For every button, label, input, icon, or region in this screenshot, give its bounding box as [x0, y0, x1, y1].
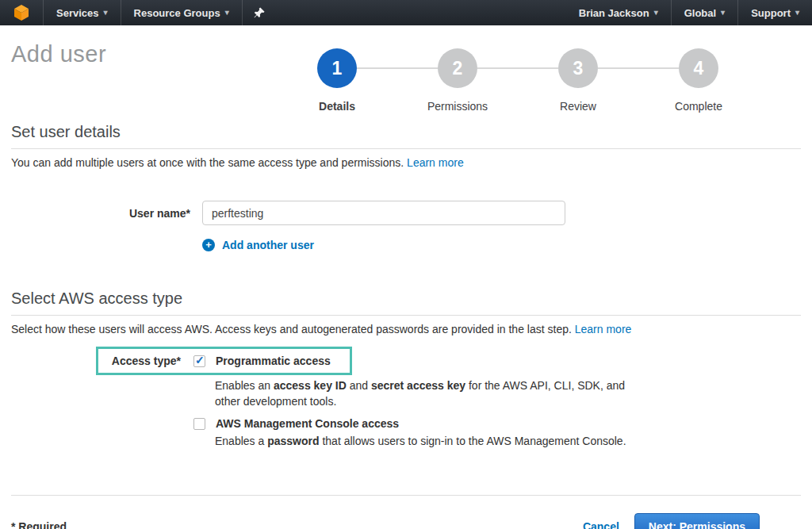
- nav-resource-groups-label: Resource Groups: [134, 7, 220, 19]
- step-permissions-label: Permissions: [427, 100, 488, 113]
- user-details-learn-more-link[interactable]: Learn more: [407, 156, 464, 169]
- programmatic-access-description: Enables an access key ID and secret acce…: [215, 378, 647, 409]
- console-access-row: AWS Management Console access: [193, 417, 801, 430]
- user-details-description: You can add multiple users at once with …: [11, 156, 801, 169]
- programmatic-access-title: Programmatic access: [216, 355, 331, 367]
- access-type-label: Access type*: [111, 355, 181, 367]
- chevron-down-icon: ▾: [721, 9, 725, 17]
- chevron-down-icon: ▾: [654, 9, 658, 17]
- nav-pin-shortcut[interactable]: [242, 0, 276, 25]
- plus-icon: +: [202, 239, 215, 251]
- chevron-down-icon: ▾: [795, 9, 799, 17]
- console-access-checkbox[interactable]: [193, 418, 205, 430]
- aws-cube-icon: [12, 3, 31, 22]
- nav-support-menu[interactable]: Support ▾: [737, 0, 812, 25]
- wizard-stepper: 1 Details 2 Permissions 3 Review 4 Compl…: [277, 48, 759, 113]
- page-title: Add user: [11, 41, 106, 67]
- access-type-learn-more-link[interactable]: Learn more: [575, 323, 632, 335]
- step-review: 3 Review: [518, 48, 638, 113]
- cancel-button[interactable]: Cancel: [583, 520, 619, 529]
- footer: * Required Cancel Next: Permissions: [11, 513, 760, 529]
- nav-resource-groups-menu[interactable]: Resource Groups ▾: [121, 0, 242, 25]
- console-access-title: AWS Management Console access: [216, 417, 399, 430]
- step-complete-label: Complete: [675, 100, 722, 113]
- username-input[interactable]: [202, 201, 565, 225]
- page-header: Add user 1 Details 2 Permissions 3 Revie…: [0, 25, 812, 115]
- nav-support-label: Support: [751, 7, 791, 19]
- step-details-label: Details: [319, 100, 355, 113]
- top-nav: Services ▾ Resource Groups ▾ Brian Jacks…: [0, 0, 812, 25]
- access-type-heading: Select AWS access type: [11, 289, 801, 316]
- step-complete-circle: 4: [679, 48, 718, 88]
- pin-icon: [254, 7, 265, 18]
- programmatic-access-checkbox[interactable]: ✓: [193, 355, 205, 367]
- step-review-label: Review: [560, 100, 596, 113]
- next-permissions-button[interactable]: Next: Permissions: [634, 513, 760, 529]
- user-details-description-text: You can add multiple users at once with …: [11, 156, 407, 169]
- access-type-description: Select how these users will access AWS. …: [11, 323, 801, 335]
- user-details-heading: Set user details: [11, 123, 801, 149]
- checkmark-icon: ✓: [195, 354, 205, 366]
- step-details: 1 Details: [277, 48, 397, 113]
- console-access-description: Enables a password that allows users to …: [215, 433, 647, 449]
- footer-divider: [11, 495, 801, 496]
- aws-logo[interactable]: [0, 0, 43, 25]
- nav-services-menu[interactable]: Services ▾: [43, 0, 121, 25]
- programmatic-access-row: Access type* ✓ Programmatic access: [0, 335, 812, 375]
- username-label: User name*: [11, 207, 190, 220]
- nav-right-group: Brian Jackson ▾ Global ▾ Support ▾: [566, 0, 812, 25]
- nav-region-menu[interactable]: Global ▾: [671, 0, 737, 25]
- nav-services-label: Services: [56, 7, 99, 19]
- add-another-user-label: Add another user: [222, 239, 314, 251]
- footer-actions: Cancel Next: Permissions: [583, 513, 760, 529]
- nav-account-label: Brian Jackson: [579, 7, 649, 19]
- nav-account-menu[interactable]: Brian Jackson ▾: [566, 0, 671, 25]
- step-permissions-circle: 2: [438, 48, 477, 88]
- username-row: User name*: [11, 201, 801, 225]
- chevron-down-icon: ▾: [104, 9, 108, 17]
- access-type-description-text: Select how these users will access AWS. …: [11, 323, 575, 335]
- step-review-circle: 3: [558, 48, 598, 88]
- chevron-down-icon: ▾: [225, 9, 229, 17]
- required-note: * Required: [11, 520, 67, 529]
- access-type-highlight-box: Access type* ✓ Programmatic access: [96, 347, 352, 375]
- step-permissions: 2 Permissions: [397, 48, 518, 113]
- step-details-circle: 1: [317, 48, 357, 88]
- step-complete: 4 Complete: [638, 48, 759, 113]
- nav-region-label: Global: [684, 7, 716, 19]
- add-another-user-button[interactable]: + Add another user: [202, 239, 801, 251]
